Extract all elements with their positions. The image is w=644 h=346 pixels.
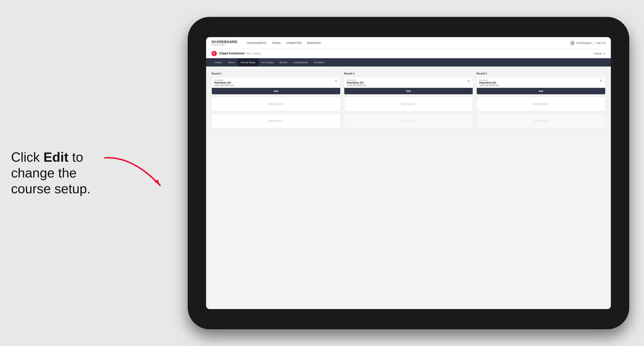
user-avatar	[570, 41, 575, 45]
nav-teams[interactable]: TEAMS	[272, 41, 281, 45]
round-3-course-name: Peachtree GC	[479, 81, 496, 84]
round-3-add-course-2: Add Course +	[476, 114, 605, 128]
round-1-edit-button[interactable]: Edit	[212, 88, 340, 94]
round-3-course-header: (Course A) Peachtree GC 🗑	[477, 77, 605, 84]
tab-printables[interactable]: Printables	[311, 58, 328, 66]
top-nav: SCOREBOARD Powered by clippd TOURNAMENTS…	[206, 37, 611, 49]
round-1-column: Round 1 (Course A) Peachtree GC 🗑 Yellow…	[212, 72, 340, 131]
nav-right: blair@clippd.io | Sign out	[570, 41, 605, 45]
round-1-add-course-2[interactable]: Add Course +	[212, 114, 340, 128]
instruction-bold: Edit	[44, 150, 68, 165]
round-3-title: Round 3	[476, 72, 605, 75]
round-2-course-label: (Course A)	[347, 79, 364, 81]
tournament-badge: (Men)	[246, 52, 252, 55]
round-2-course-details: Yellow (M) (6629 yds)	[344, 84, 473, 88]
sub-header: C Clippd Invitational (Men) Hosting Canc…	[206, 49, 611, 58]
round-3-course-card: (Course A) Peachtree GC 🗑 Yellow (M) (66…	[476, 77, 605, 94]
round-1-course-header: (Course A) Peachtree GC 🗑	[212, 77, 340, 84]
round-1-course-details: Yellow (M) (6629 yds)	[212, 84, 340, 88]
nav-separator: |	[594, 41, 595, 44]
nav-committee[interactable]: COMMITTEE	[286, 41, 302, 45]
nav-rankings[interactable]: RANKINGS	[307, 41, 321, 45]
logo-letter: C	[213, 52, 215, 55]
round-2-course-card: (Course A) Peachtree GC 🗑 Yellow (M) (66…	[344, 77, 473, 94]
round-2-add-course-2: Add Course +	[344, 114, 473, 128]
round-2-title: Round 2	[344, 72, 473, 75]
round-2-course-name: Peachtree GC	[347, 81, 364, 84]
tournament-title: Clippd Invitational	[219, 52, 244, 55]
round-1-title: Round 1	[212, 72, 340, 75]
hosting-label: Hosting	[253, 52, 261, 55]
round-1-delete-icon[interactable]: 🗑	[335, 79, 338, 82]
instruction-prefix: Click	[11, 150, 44, 165]
round-2-column: Round 2 (Course A) Peachtree GC 🗑 Yellow…	[344, 72, 473, 131]
user-email: blair@clippd.io	[576, 41, 592, 44]
main-content: Round 1 (Course A) Peachtree GC 🗑 Yellow…	[206, 66, 611, 309]
sign-out-link[interactable]: Sign out	[596, 41, 605, 44]
instruction-text: Click Edit tochange thecourse setup.	[11, 149, 90, 197]
logo-title: SCOREBOARD	[212, 40, 237, 44]
round-1-add-course-1[interactable]: Add Course +	[212, 97, 340, 111]
app-logo: C	[212, 51, 217, 56]
round-3-edit-button[interactable]: Edit	[477, 88, 605, 94]
logo-subtitle: Powered by clippd	[212, 44, 237, 46]
round-3-delete-icon[interactable]: 🗑	[600, 79, 602, 82]
tab-details[interactable]: Details	[212, 58, 225, 66]
round-2-edit-button[interactable]: Edit	[344, 88, 473, 94]
round-3-column: Round 3 (Course A) Peachtree GC 🗑 Yellow…	[476, 72, 605, 131]
tab-bar: Details Teams Course Setup Tee Groups Re…	[206, 58, 611, 66]
nav-links: TOURNAMENTS TEAMS COMMITTEE RANKINGS	[246, 41, 570, 45]
round-2-course-header: (Course A) Peachtree GC 🗑	[344, 77, 473, 84]
round-1-course-name: Peachtree GC	[214, 81, 231, 84]
round-3-course-details: Yellow (M) (6629 yds)	[477, 84, 605, 88]
scoreboard-logo: SCOREBOARD Powered by clippd	[212, 40, 237, 46]
tab-course-setup[interactable]: Course Setup	[238, 58, 258, 66]
rounds-container: Round 1 (Course A) Peachtree GC 🗑 Yellow…	[212, 72, 605, 131]
tab-results[interactable]: Results	[276, 58, 290, 66]
round-3-add-course-1[interactable]: Add Course +	[476, 97, 605, 111]
round-1-course-label: (Course A)	[214, 79, 231, 81]
round-2-add-course-1[interactable]: Add Course +	[344, 97, 473, 111]
round-2-delete-icon[interactable]: 🗑	[467, 79, 470, 82]
tab-tee-groups[interactable]: Tee Groups	[258, 58, 276, 66]
tab-leaderboards[interactable]: Leaderboards	[290, 58, 311, 66]
nav-tournaments[interactable]: TOURNAMENTS	[246, 41, 266, 45]
tab-teams[interactable]: Teams	[225, 58, 238, 66]
tablet-device: SCOREBOARD Powered by clippd TOURNAMENTS…	[188, 17, 629, 329]
svg-marker-0	[154, 179, 160, 185]
cancel-icon: ✕	[603, 52, 605, 55]
round-3-course-label: (Course A)	[479, 79, 496, 81]
round-1-course-card: (Course A) Peachtree GC 🗑 Yellow (M) (66…	[212, 77, 340, 94]
tablet-screen: SCOREBOARD Powered by clippd TOURNAMENTS…	[206, 37, 611, 309]
cancel-button[interactable]: Cancel ✕	[594, 52, 605, 55]
